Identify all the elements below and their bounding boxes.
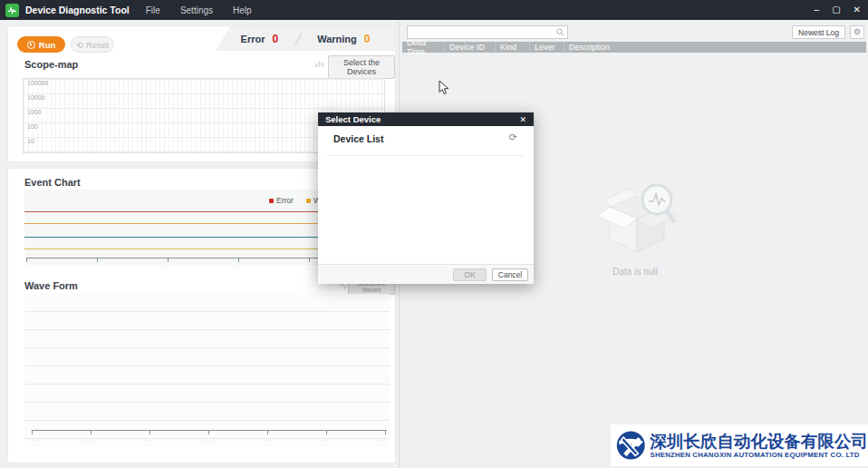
close-icon[interactable]: ✕ xyxy=(854,0,861,20)
menu-file[interactable]: File xyxy=(146,5,160,15)
event-chart-title: Event Chart xyxy=(24,177,81,188)
empty-box-illustration xyxy=(590,176,680,259)
app-window: Device Diagnostic Tool File Settings Hel… xyxy=(0,0,868,468)
legend-warning-dot xyxy=(306,199,311,203)
select-device-dialog: Select Device ✕ Device List ⟳ OK Cancel xyxy=(318,112,534,284)
empty-state: Data is null xyxy=(585,176,685,277)
ok-button[interactable]: OK xyxy=(453,268,487,281)
mouse-cursor xyxy=(439,80,449,95)
y-tick: 1000 xyxy=(26,109,43,115)
minimize-icon[interactable]: – xyxy=(815,0,820,20)
search-icon[interactable] xyxy=(556,28,564,36)
menu-settings[interactable]: Settings xyxy=(180,5,213,15)
company-watermark: 深圳长欣自动化设备有限公司 SHENZHEN CHANGXIN AUTOMATI… xyxy=(611,424,868,466)
gear-icon[interactable]: ⚙ xyxy=(850,25,864,39)
refresh-icon[interactable]: ⟳ xyxy=(509,132,517,143)
app-title: Device Diagnostic Tool xyxy=(25,5,130,15)
wave-form-chart: .. .. .. .. .. .. .. xyxy=(24,294,390,446)
dialog-body: Device List ⟳ xyxy=(318,126,534,264)
dialog-title: Select Device xyxy=(325,114,519,124)
titlebar: Device Diagnostic Tool File Settings Hel… xyxy=(0,0,868,20)
menu-help[interactable]: Help xyxy=(233,5,252,15)
dialog-close-icon[interactable]: ✕ xyxy=(519,115,526,124)
divider xyxy=(327,155,525,156)
col-device-id[interactable]: Device ID xyxy=(445,42,496,53)
run-button[interactable]: Run xyxy=(17,36,65,53)
legend-error: Error xyxy=(269,196,294,205)
y-tick: 10000 xyxy=(26,94,45,101)
chart-icon xyxy=(314,59,325,68)
app-logo-icon xyxy=(5,4,19,17)
y-tick: 100000 xyxy=(26,80,49,86)
cancel-button[interactable]: Cancel xyxy=(492,268,528,281)
company-name-en: SHENZHEN CHANGXIN AUTOMATION EQUIPMENT C… xyxy=(651,451,868,459)
dialog-header[interactable]: Select Device ✕ xyxy=(318,112,534,126)
col-description[interactable]: Description xyxy=(564,42,866,53)
reset-button[interactable]: ⟲ Reset xyxy=(71,36,114,53)
y-tick: 10 xyxy=(26,138,35,144)
divider xyxy=(295,33,302,44)
scope-map-title: Scope-map xyxy=(24,59,78,70)
log-table-header: Delta Time Device ID Kind Lever Descript… xyxy=(402,42,866,53)
company-name-cn: 深圳长欣自动化设备有限公司 xyxy=(651,433,868,451)
search-box xyxy=(407,25,568,39)
error-count: 0 xyxy=(272,33,278,45)
col-delta-time[interactable]: Delta Time xyxy=(402,42,445,53)
device-list-title: Device List xyxy=(333,133,383,144)
company-logo-icon xyxy=(616,427,646,463)
wave-form-title: Wave Form xyxy=(24,280,78,291)
empty-text: Data is null xyxy=(585,267,685,277)
reset-icon: ⟲ xyxy=(76,40,83,50)
newest-log-button[interactable]: Newest Log xyxy=(792,25,845,39)
y-tick: 100 xyxy=(26,123,39,130)
col-kind[interactable]: Kind xyxy=(496,42,530,53)
warning-count: 0 xyxy=(364,33,371,45)
error-warning-strip: Error 0 Warning 0 xyxy=(216,26,395,51)
search-input[interactable] xyxy=(408,27,556,37)
wave-x-axis: .. .. .. .. .. .. .. xyxy=(32,430,387,443)
dialog-footer: OK Cancel xyxy=(318,264,534,284)
warning-label: Warning xyxy=(317,34,357,44)
col-lever[interactable]: Lever xyxy=(530,42,564,53)
select-devices-button[interactable]: Select the Devices xyxy=(328,55,395,79)
play-icon xyxy=(27,41,35,49)
legend-error-dot xyxy=(269,199,274,203)
maximize-icon[interactable]: ▢ xyxy=(832,0,840,20)
error-label: Error xyxy=(241,34,265,44)
